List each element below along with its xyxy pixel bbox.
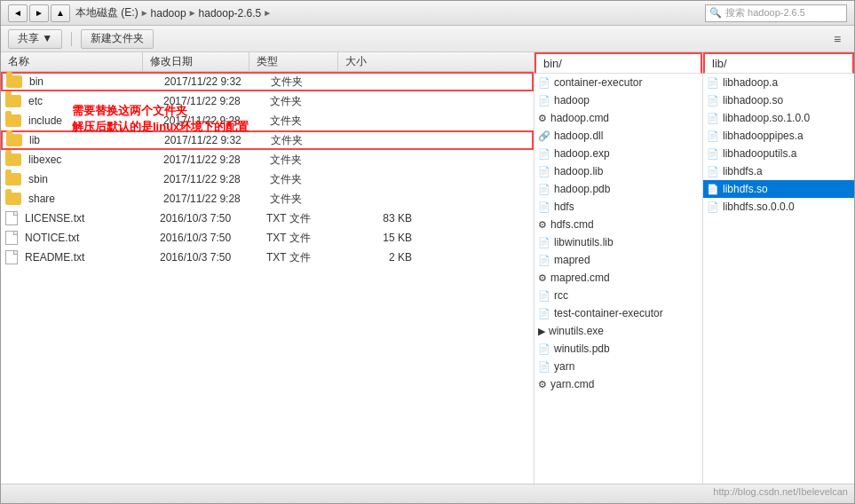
list-item[interactable]: 📄 hadoop.pdb [534, 180, 702, 198]
col-header-size[interactable]: 大小 [338, 52, 409, 71]
list-item[interactable]: ⚙ yarn.cmd [534, 375, 702, 393]
list-item[interactable]: ⚙ mapred.cmd [534, 269, 702, 287]
file-type-icon: 📄 [707, 148, 719, 160]
folder-icon [5, 193, 21, 205]
file-type: 文件夹 [263, 153, 352, 168]
file-date: 2016/10/3 7:50 [153, 232, 259, 244]
table-row[interactable]: NOTICE.txt2016/10/3 7:50TXT 文件15 KB [1, 228, 534, 248]
list-item-name: libhadooputils.a [723, 147, 796, 160]
file-type-icon: ⚙ [538, 379, 547, 390]
file-name: sbin [25, 173, 156, 185]
folder-icon [5, 173, 21, 185]
table-row[interactable]: lib2017/11/22 9:32文件夹 [1, 130, 534, 150]
list-item-name: hadoop.pdb [554, 183, 610, 195]
file-date: 2016/10/3 7:50 [153, 212, 259, 224]
share-button[interactable]: 共享 ▼ [8, 29, 62, 49]
back-button[interactable]: ◄ [8, 4, 28, 22]
table-row[interactable]: README.txt2016/10/3 7:50TXT 文件2 KB [1, 248, 534, 267]
table-row[interactable]: include2017/11/22 9:28文件夹 [1, 111, 534, 130]
col-header-name[interactable]: 名称 [1, 52, 143, 71]
table-row[interactable]: share2017/11/22 9:28文件夹 [1, 189, 534, 209]
file-icon [5, 231, 18, 245]
file-panel: 名称 修改日期 类型 大小 需要替换这两个文件夹 解压后默认的是linux环境下… [1, 52, 534, 484]
list-item[interactable]: ⚙ hdfs.cmd [534, 216, 702, 233]
file-list: bin2017/11/22 9:32文件夹 etc2017/11/22 9:28… [1, 72, 534, 484]
list-item-name: libhdfs.a [723, 165, 763, 177]
file-type-icon: 📄 [538, 166, 550, 177]
list-item[interactable]: ⚙ hadoop.cmd [534, 109, 702, 127]
list-item[interactable]: 📄 hadoop.exp [534, 145, 702, 162]
file-list-container: 需要替换这两个文件夹 解压后默认的是linux环境下的配置 bin2017/11… [1, 72, 534, 484]
search-placeholder: 搜索 hadoop-2.6.5 [725, 6, 805, 20]
list-item[interactable]: 📄 rcc [534, 287, 702, 304]
file-type: 文件夹 [263, 114, 352, 129]
path-hadoop: hadoop [151, 7, 186, 20]
list-item[interactable]: 📄 libhadooputils.a [703, 145, 854, 162]
list-item[interactable]: 🔗 hadoop.dll [534, 127, 702, 145]
file-date: 2017/11/22 9:32 [157, 134, 264, 146]
folder-icon [5, 95, 21, 107]
file-type-icon: 📄 [707, 77, 719, 89]
list-item[interactable]: 📄 libhdfs.so [703, 180, 854, 198]
search-box[interactable]: 🔍 搜索 hadoop-2.6.5 [705, 4, 847, 22]
list-item-name: hadoop.dll [554, 130, 603, 142]
bin-panel: bin/ 📄 container-executor📄 hadoop⚙ hadoo… [534, 52, 703, 484]
list-item[interactable]: 📄 libhadooppipes.a [703, 127, 854, 145]
statusbar [1, 484, 854, 503]
list-item[interactable]: 📄 yarn [534, 358, 702, 375]
list-item[interactable]: 📄 libhadoop.a [703, 74, 854, 91]
up-button[interactable]: ▲ [51, 4, 70, 22]
table-row[interactable]: bin2017/11/22 9:32文件夹 [1, 72, 534, 91]
file-type-icon: 🔗 [538, 130, 550, 142]
list-item[interactable]: 📄 winutils.pdb [534, 340, 702, 358]
list-item-name: yarn [554, 360, 574, 373]
list-item[interactable]: 📄 container-executor [534, 74, 702, 91]
list-item[interactable]: 📄 libhdfs.a [703, 162, 854, 180]
file-name: libexec [25, 154, 156, 166]
file-type-icon: 📄 [707, 184, 719, 195]
folder-icon [6, 75, 22, 88]
search-icon: 🔍 [709, 7, 722, 19]
file-type-icon: 📄 [707, 201, 719, 213]
list-item[interactable]: 📄 test-container-executor [534, 304, 702, 322]
file-name: lib [26, 134, 157, 146]
file-type-icon: 📄 [538, 255, 550, 266]
address-bar[interactable]: 本地磁盘 (E:) ► hadoop ► hadoop-2.6.5 ► [75, 5, 700, 20]
list-item-name: hadoop.cmd [550, 112, 609, 124]
list-item[interactable]: 📄 hdfs [534, 198, 702, 216]
list-item[interactable]: 📄 libhdfs.so.0.0.0 [703, 198, 854, 216]
new-folder-button[interactable]: 新建文件夹 [81, 29, 154, 49]
table-row[interactable]: LICENSE.txt2016/10/3 7:50TXT 文件83 KB [1, 209, 534, 228]
table-row[interactable]: libexec2017/11/22 9:28文件夹 [1, 150, 534, 169]
file-type: 文件夹 [263, 94, 352, 109]
file-size: 15 KB [348, 232, 419, 244]
col-header-type[interactable]: 类型 [249, 52, 338, 71]
list-item-name: test-container-executor [554, 307, 663, 319]
list-item-name: hadoop.lib [554, 165, 603, 177]
table-row[interactable]: etc2017/11/22 9:28文件夹 [1, 91, 534, 111]
file-type-icon: 📄 [707, 95, 719, 106]
column-headers: 名称 修改日期 类型 大小 [1, 52, 534, 72]
list-item[interactable]: 📄 libwinutils.lib [534, 233, 702, 251]
list-item[interactable]: 📄 libhadoop.so.1.0.0 [703, 109, 854, 127]
list-item[interactable]: 📄 libhadoop.so [703, 91, 854, 109]
main-content: 名称 修改日期 类型 大小 需要替换这两个文件夹 解压后默认的是linux环境下… [1, 52, 854, 484]
file-name: etc [25, 95, 156, 107]
list-item[interactable]: 📄 hadoop.lib [534, 162, 702, 180]
forward-button[interactable]: ► [29, 4, 49, 22]
list-item-name: libhadoop.so [723, 94, 783, 106]
list-item[interactable]: 📄 mapred [534, 251, 702, 269]
list-item[interactable]: 📄 hadoop [534, 91, 702, 109]
file-date: 2017/11/22 9:28 [156, 114, 263, 127]
table-row[interactable]: sbin2017/11/22 9:28文件夹 [1, 169, 534, 189]
file-type-icon: 📄 [538, 184, 550, 195]
list-item-name: rcc [554, 289, 568, 302]
col-header-date[interactable]: 修改日期 [143, 52, 249, 71]
list-item-name: mapred.cmd [550, 272, 610, 284]
file-type-icon: 📄 [538, 308, 550, 319]
file-name: bin [26, 75, 157, 88]
file-type: TXT 文件 [259, 211, 348, 226]
view-options-button[interactable]: ≡ [827, 30, 847, 48]
list-item[interactable]: ▶ winutils.exe [534, 322, 702, 340]
file-type: TXT 文件 [259, 250, 348, 265]
